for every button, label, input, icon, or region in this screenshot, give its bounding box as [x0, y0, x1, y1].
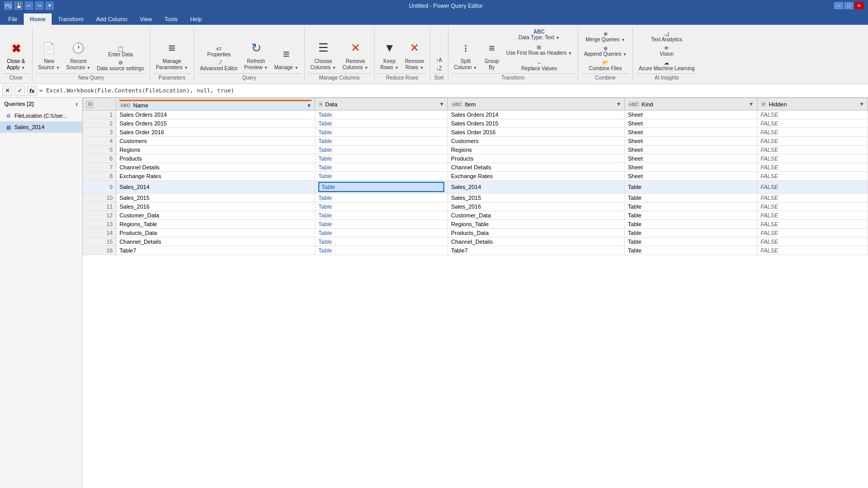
col-header-name[interactable]: ABC Name ▼	[116, 98, 315, 111]
cell-kind[interactable]: Table	[625, 220, 757, 229]
table-row[interactable]: 15 Channel_Details Table Channel_Details…	[83, 238, 868, 246]
cell-item[interactable]: Regions	[447, 146, 624, 154]
merge-queries-button[interactable]: ⊕ Merge Queries ▼	[581, 30, 629, 43]
cell-kind[interactable]: Sheet	[625, 154, 757, 163]
data-area[interactable]: ⊞ ABC Name ▼ ≡ Data	[83, 98, 868, 488]
cell-kind[interactable]: Sheet	[625, 172, 757, 181]
table-row[interactable]: 6 Products Table Products Sheet FALSE	[83, 154, 868, 163]
formula-fx-button[interactable]: fx	[27, 86, 37, 96]
cell-hidden[interactable]: FALSE	[757, 211, 868, 220]
cell-item[interactable]: Sales_2015	[447, 194, 624, 202]
cell-item[interactable]: Sales Order 2016	[447, 128, 624, 137]
append-queries-button[interactable]: ⊕ Append Queries ▼	[581, 44, 629, 58]
azure-ml-button[interactable]: ☁ Azure Machine Learning	[636, 59, 697, 72]
cell-item[interactable]: Table7	[447, 246, 624, 255]
cell-data[interactable]: Table	[315, 229, 448, 238]
cell-item[interactable]: Sales_2016	[447, 202, 624, 211]
enter-data-button[interactable]: 📋 Enter Data	[95, 45, 147, 58]
col-name-filter-button[interactable]: ▼	[306, 103, 312, 108]
col-header-item[interactable]: ABC Item ▼	[447, 98, 624, 111]
cell-hidden[interactable]: FALSE	[757, 111, 868, 119]
dropdown-icon[interactable]: ▼	[45, 2, 54, 10]
cell-hidden[interactable]: FALSE	[757, 119, 868, 128]
tab-view[interactable]: View	[134, 13, 159, 25]
cell-name[interactable]: Sales_2016	[116, 202, 315, 211]
tab-file[interactable]: File	[2, 13, 24, 25]
cell-hidden[interactable]: FALSE	[757, 194, 868, 202]
cell-item[interactable]: Sales Orders 2014	[447, 111, 624, 119]
cell-kind[interactable]: Sheet	[625, 119, 757, 128]
cell-data[interactable]: Table	[315, 137, 448, 146]
table-row[interactable]: 14 Products_Data Table Products_Data Tab…	[83, 229, 868, 238]
keep-rows-button[interactable]: ▼ KeepRows ▼	[378, 38, 401, 72]
cell-hidden[interactable]: FALSE	[757, 246, 868, 255]
col-item-filter-button[interactable]: ▼	[616, 101, 621, 107]
cell-item[interactable]: Customers	[447, 137, 624, 146]
table-row[interactable]: 2 Sales Orders 2015 Table Sales Orders 2…	[83, 119, 868, 128]
save-icon[interactable]: 💾	[14, 2, 23, 10]
table-row[interactable]: 1 Sales Orders 2014 Table Sales Orders 2…	[83, 111, 868, 119]
cell-hidden[interactable]: FALSE	[757, 181, 868, 194]
manage-button[interactable]: ≡ Manage ▼	[272, 39, 301, 72]
cell-item[interactable]: Customer_Data	[447, 211, 624, 220]
formula-input[interactable]	[39, 87, 866, 94]
combine-files-button[interactable]: 📂 Combine Files	[581, 59, 629, 72]
cell-data[interactable]: Table	[315, 194, 448, 202]
remove-columns-button[interactable]: ✕ RemoveColumns ▼	[340, 38, 371, 72]
col-header-hidden[interactable]: ✕ Hidden ▼	[757, 98, 868, 111]
queries-collapse-button[interactable]: ‹	[75, 100, 78, 108]
cell-kind[interactable]: Table	[625, 229, 757, 238]
tab-home[interactable]: Home	[24, 13, 52, 25]
cell-kind[interactable]: Sheet	[625, 111, 757, 119]
cell-kind[interactable]: Sheet	[625, 146, 757, 154]
cell-name[interactable]: Sales Orders 2015	[116, 119, 315, 128]
cell-name[interactable]: Sales_2015	[116, 194, 315, 202]
col-header-kind[interactable]: ABC Kind ▼	[625, 98, 757, 111]
tab-add-column[interactable]: Add Column	[90, 13, 134, 25]
cell-data[interactable]: Table	[315, 119, 448, 128]
cell-hidden[interactable]: FALSE	[757, 238, 868, 246]
use-first-row-button[interactable]: ⊞ Use First Row as Headers ▼	[504, 43, 575, 57]
tab-tools[interactable]: Tools	[158, 13, 184, 25]
cell-kind[interactable]: Sheet	[625, 128, 757, 137]
cell-item[interactable]: Regions_Table	[447, 220, 624, 229]
table-row[interactable]: 13 Regions_Table Table Regions_Table Tab…	[83, 220, 868, 229]
cell-item[interactable]: Products_Data	[447, 229, 624, 238]
sort-asc-button[interactable]: ↑A	[433, 56, 445, 64]
cell-name[interactable]: Customers	[116, 137, 315, 146]
cell-kind[interactable]: Table	[625, 246, 757, 255]
refresh-preview-button[interactable]: ↻ RefreshPreview ▼	[241, 38, 270, 72]
cell-item[interactable]: Products	[447, 154, 624, 163]
minimize-button[interactable]: ─	[834, 2, 843, 9]
cell-data[interactable]: Table	[315, 111, 448, 119]
table-row[interactable]: 3 Sales Order 2016 Table Sales Order 201…	[83, 128, 868, 137]
group-by-button[interactable]: ≡ GroupBy	[481, 38, 503, 72]
cell-item[interactable]: Channel Details	[447, 163, 624, 172]
recent-sources-button[interactable]: 🕐 RecentSources ▼	[64, 38, 93, 72]
data-source-settings-button[interactable]: ⚙ Data source settings	[95, 59, 147, 72]
cell-name[interactable]: Products_Data	[116, 229, 315, 238]
cell-data[interactable]: Table	[315, 163, 448, 172]
cell-kind[interactable]: Table	[625, 181, 757, 194]
cell-name[interactable]: Exchange Rates	[116, 172, 315, 181]
cell-hidden[interactable]: FALSE	[757, 172, 868, 181]
cell-name[interactable]: Regions_Table	[116, 220, 315, 229]
table-row[interactable]: 9 Sales_2014 Table Sales_2014 Table FALS…	[83, 181, 868, 194]
cell-name[interactable]: Sales_2014	[116, 181, 315, 194]
cell-data[interactable]: Table	[315, 154, 448, 163]
cell-kind[interactable]: Sheet	[625, 137, 757, 146]
cell-name[interactable]: Channel Details	[116, 163, 315, 172]
table-row[interactable]: 8 Exchange Rates Table Exchange Rates Sh…	[83, 172, 868, 181]
cell-data[interactable]: Table	[315, 246, 448, 255]
cell-data[interactable]: Table	[315, 181, 448, 194]
query-item-file-location[interactable]: ⚙ FileLocation (C:\User...	[0, 110, 82, 121]
cell-name[interactable]: Table7	[116, 246, 315, 255]
cell-kind[interactable]: Table	[625, 194, 757, 202]
cell-data[interactable]: Table	[315, 211, 448, 220]
cell-item[interactable]: Sales_2014	[447, 181, 624, 194]
table-row[interactable]: 7 Channel Details Table Channel Details …	[83, 163, 868, 172]
cell-kind[interactable]: Sheet	[625, 163, 757, 172]
manage-parameters-button[interactable]: ≡ ManageParameters ▼	[153, 38, 191, 72]
cell-item[interactable]: Channel_Details	[447, 238, 624, 246]
cell-data[interactable]: Table	[315, 128, 448, 137]
